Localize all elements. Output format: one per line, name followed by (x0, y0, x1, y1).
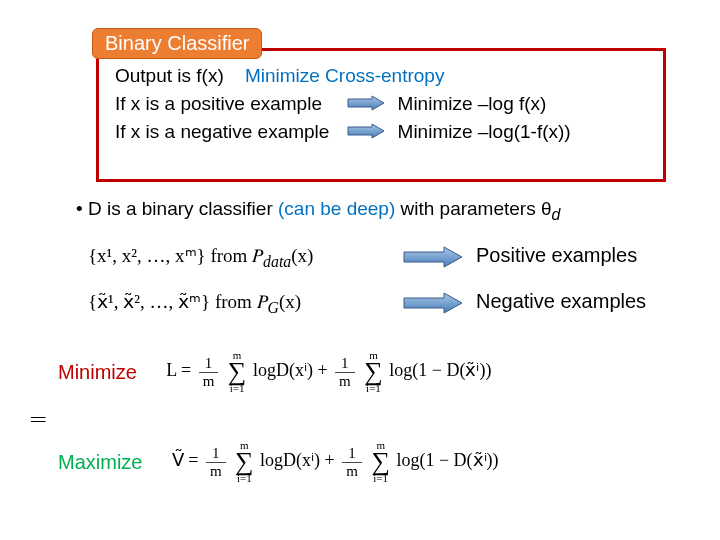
positive-cond: If x is a positive example (115, 93, 335, 115)
frac-n2: 1 (335, 355, 355, 373)
loss-equation: Minimize L = 1m m∑i=1 logD(xⁱ) + 1m m∑i=… (58, 350, 698, 394)
arrow-right-icon (402, 246, 464, 273)
pos-sub: data (263, 253, 291, 270)
badge-binary-classifier: Binary Classifier (92, 28, 262, 59)
sum-bot: i=1 (228, 383, 247, 394)
d-text-a: D is a binary classifier (88, 198, 278, 219)
sum-sym: ∑ (228, 361, 247, 383)
arrow-right-icon (402, 292, 464, 319)
neg-arg: (x) (279, 291, 301, 312)
sum-sym3: ∑ (235, 451, 254, 473)
cross-entropy-text: Minimize Cross-entropy (245, 65, 445, 86)
d-text-c: with parameters θ (395, 198, 551, 219)
positive-loss: Minimize –log f(x) (398, 93, 547, 115)
neg-sub: G (268, 299, 279, 316)
frac-n4: 1 (342, 445, 362, 463)
sum-sym4: ∑ (371, 451, 390, 473)
sum-sym2: ∑ (364, 361, 383, 383)
pos-arg: (x) (291, 245, 313, 266)
minimize-word: Minimize (58, 361, 137, 384)
frac-n: 1 (199, 355, 219, 373)
sum-bot2: i=1 (364, 383, 383, 394)
pos-set: {x¹, x², …, xᵐ} from 𝑃 (88, 245, 263, 266)
d-text-deep: (can be deep) (278, 198, 395, 219)
frac-d: m (199, 373, 219, 390)
value-equation: Maximize Ṽ = 1m m∑i=1 logD(xⁱ) + 1m m∑i=… (58, 440, 698, 484)
positive-label: Positive examples (476, 244, 637, 267)
L-lhs: L = (166, 360, 191, 380)
term1: logD(xⁱ) + (253, 360, 332, 380)
V-lhs: Ṽ = (172, 450, 199, 470)
frac-d2: m (335, 373, 355, 390)
negative-cond: If x is a negative example (115, 121, 335, 143)
sum-bot3: i=1 (235, 473, 254, 484)
d-text-sub: d (552, 206, 561, 223)
term2: log(1 − D(x̃ⁱ)) (389, 360, 491, 380)
d-description: • D is a binary classifier (can be deep)… (76, 198, 676, 224)
maximize-word: Maximize (58, 451, 142, 474)
frac-n3: 1 (206, 445, 226, 463)
arrow-right-icon (346, 122, 386, 144)
arrow-right-icon (346, 94, 386, 116)
sum-bot4: i=1 (371, 473, 390, 484)
neg-set: {x̃¹, x̃², …, x̃ᵐ} from 𝑃 (88, 291, 268, 312)
equiv-icon: == (30, 410, 42, 431)
frac-d4: m (342, 463, 362, 480)
output-text: Output is f(x) (115, 65, 224, 86)
term1b: logD(xⁱ) + (260, 450, 339, 470)
term2b: log(1 − D(x̃ⁱ)) (396, 450, 498, 470)
frac-d3: m (206, 463, 226, 480)
negative-loss: Minimize –log(1-f(x)) (398, 121, 571, 143)
negative-label: Negative examples (476, 290, 646, 313)
definition-box: Output is f(x) Minimize Cross-entropy If… (96, 48, 666, 182)
